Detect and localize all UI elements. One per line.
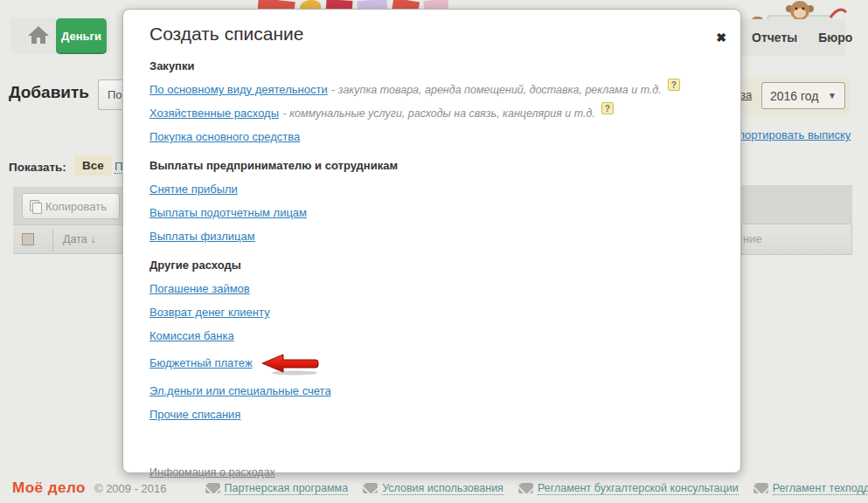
create-writeoff-modal: Создать списание ✖ Закупки По основному …	[122, 9, 741, 473]
list-item: Снятие прибыли	[149, 182, 714, 196]
link-bank-commission[interactable]: Комиссия банка	[149, 329, 234, 342]
list-item: Покупка основного средства	[149, 129, 714, 144]
link-description: - коммунальные услуги, расходы на связь,…	[283, 107, 595, 120]
home-icon	[27, 24, 50, 45]
help-icon[interactable]: ?	[668, 79, 680, 91]
footer-link-partner-program[interactable]: Партнерская программа	[205, 482, 349, 495]
list-item: Хозяйственные расходы - коммунальные усл…	[149, 106, 714, 121]
footer-link-terms[interactable]: Условия использования	[363, 482, 503, 495]
list-item: Прочие списания	[149, 407, 714, 422]
envelope-icon	[363, 483, 378, 493]
chevron-down-icon: ▼	[828, 91, 837, 100]
close-icon[interactable]: ✖	[716, 31, 726, 45]
home-button[interactable]	[21, 24, 56, 49]
select-all-checkbox[interactable]	[22, 233, 34, 245]
envelope-icon	[518, 483, 533, 493]
receipt-button-partial[interactable]: Пос	[98, 79, 123, 110]
link-emoney-special-accounts[interactable]: Эл.деньги или специальные счета	[149, 384, 331, 397]
page-title-add: Добавить	[9, 83, 89, 102]
link-main-activity[interactable]: По основному виду деятельности	[149, 83, 328, 96]
envelope-icon	[205, 483, 220, 493]
link-other-writeoffs[interactable]: Прочие списания	[149, 408, 240, 421]
nav-reports-link[interactable]: Отчеты	[752, 31, 797, 45]
column-divider	[52, 229, 53, 252]
section-heading-other-expenses: Другие расходы	[149, 258, 714, 272]
footer-link-accounting-regulation[interactable]: Регламент бухгалтерской консультации	[518, 482, 739, 495]
link-budget-payment[interactable]: Бюджетный платеж	[149, 356, 253, 369]
column-header-partial: ние	[743, 232, 762, 245]
gift-garland-decoration	[258, 0, 463, 9]
section-heading-purchases: Закупки	[149, 59, 714, 72]
nav-money-button[interactable]: Деньги	[56, 18, 107, 54]
year-select-value: 2016 год	[770, 89, 818, 103]
link-individuals-payouts[interactable]: Выплаты физлицам	[149, 230, 255, 243]
list-item: Возврат денег клиенту	[149, 305, 714, 320]
import-statement-link[interactable]: портировать выписку	[739, 128, 851, 141]
table-header: Дата ↓	[13, 224, 122, 254]
help-icon[interactable]: ?	[601, 102, 614, 114]
nav-right-group: Отчеты Бюро	[740, 19, 846, 56]
list-item: Эл.деньги или специальные счета	[149, 383, 714, 398]
nav-bureau-link[interactable]: Бюро	[818, 31, 852, 45]
footer-link-support-regulation[interactable]: Регламент техподдержки	[753, 482, 868, 495]
list-item: По основному виду деятельности - закупка…	[149, 82, 714, 97]
modal-title: Создать списание	[149, 24, 714, 45]
link-description: - закупка товара, аренда помещений, дост…	[331, 84, 662, 96]
copy-button[interactable]: Копировать	[22, 193, 120, 219]
copy-icon	[30, 200, 40, 212]
moe-delo-logo[interactable]: Моё дело	[12, 479, 86, 497]
date-column-header[interactable]: Дата ↓	[63, 233, 95, 245]
period-link-fragment[interactable]: за	[740, 88, 752, 101]
red-arrow-annotation	[260, 353, 321, 376]
link-profit-withdrawal[interactable]: Снятие прибыли	[149, 183, 238, 196]
expenses-info-link[interactable]: Информация о расходах	[149, 466, 275, 479]
show-filter-label: Показать:	[9, 161, 66, 174]
filter-all-chip[interactable]: Все	[74, 155, 112, 176]
list-item: Выплаты подотчетным лицам	[149, 205, 714, 220]
year-select[interactable]: 2016 год ▼	[761, 82, 845, 109]
link-accountable-persons-payouts[interactable]: Выплаты подотчетным лицам	[149, 206, 307, 219]
link-loan-repayment[interactable]: Погашение займов	[149, 282, 250, 295]
section-heading-payouts: Выплаты предпринимателю и сотрудникам	[149, 159, 714, 172]
link-client-refund[interactable]: Возврат денег клиенту	[149, 306, 270, 319]
link-fixed-asset-purchase[interactable]: Покупка основного средства	[149, 130, 300, 143]
list-item: Бюджетный платеж	[149, 352, 714, 375]
copyright-text: © 2009 - 2016	[94, 482, 167, 495]
list-item: Погашение займов	[149, 281, 714, 296]
table-header-right: ние	[741, 224, 852, 255]
link-household-expenses[interactable]: Хозяйственные расходы	[149, 107, 279, 120]
copy-button-label: Копировать	[45, 200, 107, 213]
table-toolbar-right	[741, 185, 852, 224]
envelope-icon	[753, 483, 768, 493]
list-item: Выплаты физлицам	[149, 229, 714, 244]
list-item: Комиссия банка	[149, 328, 714, 343]
